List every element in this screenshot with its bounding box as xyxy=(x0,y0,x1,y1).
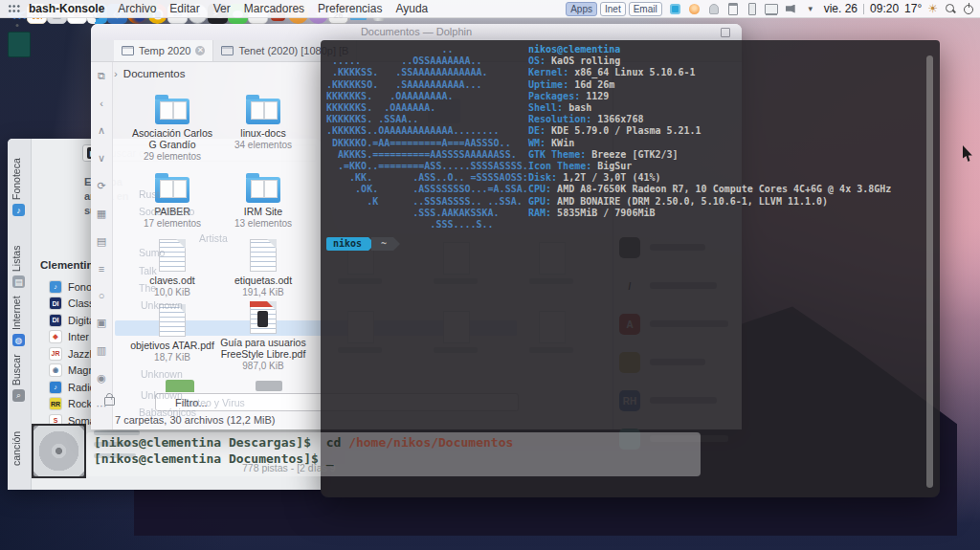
search-icon[interactable] xyxy=(945,3,956,14)
rock-service-icon: RR xyxy=(50,398,61,409)
app-grid-icon[interactable] xyxy=(8,4,21,14)
neofetch-line: Disk: 1,2T / 3,0T (41%) xyxy=(528,172,891,184)
file-item[interactable]: Asociación Carlos G Grandío29 elementos xyxy=(128,99,216,162)
konsole-strip-window[interactable]: [nikos@clementina Descargas]$ cd /home/n… xyxy=(86,432,701,476)
: : xyxy=(563,79,574,90)
usb-tray-icon[interactable] xyxy=(746,2,759,15)
neofetch-value: AMD A8-7650K Radeon R7, 10 Compute Cores… xyxy=(557,184,891,194)
hidden-files-icon[interactable]: ◉ xyxy=(97,372,106,385)
breadcrumb-folder[interactable]: Documentos xyxy=(123,68,186,79)
file-name: etiquetas.odt xyxy=(219,275,307,286)
running-indicator-dot xyxy=(15,24,18,27)
file-item[interactable]: Guía para usuarios FreeStyle Libre.pdf98… xyxy=(219,301,307,371)
neofetch-label: RAM xyxy=(528,208,546,218)
service-label: Inter xyxy=(68,331,89,342)
preview-icon[interactable]: ▣ xyxy=(97,317,106,329)
neofetch-value: 1,2T / 3,0T (41%) xyxy=(563,172,660,183)
: : xyxy=(540,125,551,136)
clock-area[interactable]: vie. 26 09:20 17° ☀ xyxy=(824,2,938,15)
tab-1[interactable]: Temp 2020✕ xyxy=(114,40,213,61)
folder-icon xyxy=(221,46,234,55)
clementine-tab-buscar[interactable]: Buscar xyxy=(11,341,22,385)
power-icon[interactable] xyxy=(963,3,974,14)
details-view-icon[interactable]: ≡ xyxy=(99,263,104,275)
: : xyxy=(586,114,597,124)
search-icon[interactable]: ○ xyxy=(99,290,105,301)
ghost-icon xyxy=(709,4,719,14)
: : xyxy=(546,196,557,207)
neofetch-label: Icon Theme xyxy=(528,161,586,171)
time-label: 09:20 xyxy=(870,2,899,15)
neofetch-line: RAM: 5835MiB / 7906MiB xyxy=(528,208,891,219)
file-meta: 29 elementos xyxy=(128,151,216,162)
volume-tray-icon[interactable] xyxy=(784,2,797,15)
chevron-down-icon[interactable]: ▾ xyxy=(804,2,817,15)
desktop: Fonoteca♪Listas▤Internet◍Buscar⌕canción … xyxy=(0,0,980,550)
 xyxy=(264,180,278,198)
menu-item-archivo[interactable]: Archivo xyxy=(118,2,156,15)
konsole-tray-icon[interactable] xyxy=(669,2,682,15)
scrollbar[interactable] xyxy=(926,55,933,488)
 xyxy=(173,101,187,120)
tray-button-apps[interactable]: Apps xyxy=(566,2,597,16)
icons-view-icon[interactable]: ▦ xyxy=(97,208,106,220)
clipboard-tray-icon[interactable] xyxy=(726,2,740,15)
clementine-tab-canción[interactable]: canción xyxy=(11,416,22,466)
down-icon[interactable]: ∨ xyxy=(98,152,105,165)
breadcrumb[interactable]: › Documentos xyxy=(114,62,185,85)
file-name: linux-docs xyxy=(219,127,307,139)
file-item[interactable]: IRM Site13 elementos xyxy=(219,177,307,229)
album-art xyxy=(32,424,86,478)
ghost-text: Sorteo y Virus xyxy=(182,397,245,408)
back-icon[interactable]: ‹ xyxy=(100,98,103,109)
neofetch-line: Icon Theme: BigSur xyxy=(528,161,891,172)
tray-button-inet[interactable]: Inet xyxy=(600,2,626,16)
tray-button-email[interactable]: Email xyxy=(629,2,662,16)
: : xyxy=(546,184,557,194)
file-item[interactable]: PAIBER17 elementos xyxy=(128,177,216,229)
unlocked-icon[interactable] xyxy=(104,397,115,406)
menu-item-editar[interactable]: Editar xyxy=(169,2,199,15)
file-meta: 987,0 KiB xyxy=(219,361,307,371)
refresh-icon[interactable]: ⟳ xyxy=(97,180,105,192)
buscar-tab-icon: ⌕ xyxy=(12,389,25,402)
file-item[interactable]: etiquetas.odt191,4 KiB xyxy=(219,239,307,297)
close-icon[interactable]: ✕ xyxy=(195,46,205,55)
compact-view-icon[interactable]: ▤ xyxy=(97,235,106,248)
neofetch-line: WM: KWin xyxy=(528,138,891,149)
file-meta: 13 elementos xyxy=(219,218,307,229)
neofetch-label: GTK Theme xyxy=(528,149,580,160)
: : xyxy=(586,161,597,171)
clementine-tab-listas[interactable]: Listas xyxy=(11,230,22,272)
konsole-neofetch-window[interactable]: .. ..... ..OSSAAAAAAA.. .KKKKSS. .SSAAAA… xyxy=(321,40,940,497)
desktop-icon[interactable] xyxy=(8,32,31,57)
neofetch-label: WM xyxy=(528,138,540,148)
 xyxy=(264,101,278,120)
maximize-button[interactable] xyxy=(721,28,730,37)
file-item[interactable]: objetivos ATAR.pdf18,7 KiB xyxy=(128,304,216,363)
menu-item-preferencias[interactable]: Preferencias xyxy=(318,2,382,15)
odt-file-icon xyxy=(250,239,277,272)
sun-weather-icon: ☀ xyxy=(927,2,938,15)
neofetch-value: 1129 xyxy=(586,91,609,101)
neofetch-value: 1366x768 xyxy=(597,114,643,124)
menu-item-marcadores[interactable]: Marcadores xyxy=(244,2,304,15)
: : xyxy=(580,149,591,160)
neofetch-line: Resolution: 1366x768 xyxy=(528,114,891,125)
radio-service-icon: ♪ xyxy=(50,382,61,393)
menu-item-ayuda[interactable]: Ayuda xyxy=(395,2,428,15)
clementine-tab-internet[interactable]: Internet xyxy=(11,284,22,330)
up-icon[interactable]: ∧ xyxy=(98,124,105,137)
file-name: objetivos ATAR.pdf xyxy=(128,340,216,351)
split-view-icon[interactable]: ▥ xyxy=(97,344,106,357)
menu-item-ver[interactable]: Ver xyxy=(213,2,231,15)
clementine-tab-fonoteca[interactable]: Fonoteca xyxy=(11,144,22,200)
shell-prompt: nikos ~ xyxy=(326,237,400,251)
file-item[interactable]: linux-docs34 elementos xyxy=(219,99,307,150)
ghost-tray-icon[interactable] xyxy=(707,2,721,15)
ghost-text: Rust xyxy=(139,188,160,200)
display-tray-icon[interactable] xyxy=(765,2,778,15)
clementine-tray-icon[interactable] xyxy=(688,2,702,15)
folder-icon xyxy=(246,177,280,203)
new-tab-icon[interactable]: ⧉ xyxy=(98,70,105,82)
